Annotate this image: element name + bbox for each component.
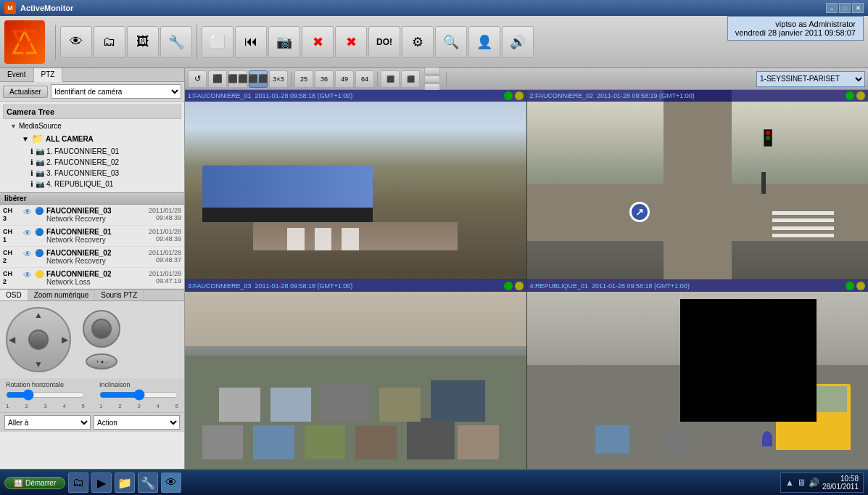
event-date-4: 2011/01/28 [149, 270, 181, 277]
car-3 [305, 425, 345, 459]
crosswalk-1 [287, 228, 305, 250]
sliders-area: Rotation horizontale 12345 Inclinaison 1… [0, 378, 184, 412]
camera-item-4[interactable]: ℹ 📷 4. REPUBLIQUE_01 [29, 179, 181, 189]
camera-item-2[interactable]: ℹ 📷 2. FAUCONNIERE_02 [29, 157, 181, 168]
event-clock-3: 09:48:37 [149, 256, 181, 263]
layout-25-button[interactable]: 25 [294, 70, 313, 88]
layout-64-button[interactable]: 64 [355, 70, 374, 88]
layout-button[interactable]: 🗂 [94, 26, 125, 58]
video-cell-1[interactable]: 1:FAUCONNIERE_01 2011-01-28 09:58:18 (GM… [185, 90, 526, 279]
ptz-left-button[interactable]: ◀ [9, 335, 15, 345]
ptz-center-button[interactable] [28, 330, 49, 350]
expand-icon[interactable]: ▼ [10, 123, 17, 130]
single-view-button[interactable]: ⬛ [208, 70, 227, 88]
ptz-down-button[interactable]: ▼ [34, 359, 43, 369]
ptz-zoom-control: + ● - [80, 307, 123, 372]
zoom-buttons-ring[interactable]: + ● - [86, 353, 117, 369]
camera-id-select[interactable]: Identifiant de caméra [51, 84, 181, 99]
location-select[interactable]: 1-SEYSSINET-PARISET [756, 71, 865, 87]
tab-event[interactable]: Event [0, 68, 34, 81]
playback-button[interactable]: ⏮ [235, 26, 267, 58]
cross-line-3 [772, 218, 834, 222]
event-row-1: CH 3 👁 🔵 FAUCONNIERE_03 Network Recovery… [0, 205, 184, 226]
tab-souris-ptz[interactable]: Souris PTZ [95, 290, 144, 300]
inclination-slider[interactable] [99, 390, 178, 400]
ptz-right-button[interactable]: ▶ [62, 335, 68, 345]
video-cell-3[interactable]: 3:FAUCONNIERE_03 2011-01-28 09:58:18 (GM… [185, 280, 526, 470]
zoom-button[interactable]: 🔍 [435, 26, 467, 58]
do-button[interactable]: DO! [368, 26, 400, 58]
taskbar-icon-2[interactable]: ▶ [91, 472, 112, 493]
refresh-bar: Actualiser Identifiant de caméra [0, 82, 184, 102]
event-type-2: Network Recovery [46, 236, 146, 244]
crosswalk-2 [315, 228, 332, 250]
goto-select[interactable]: Aller à [4, 415, 91, 430]
refresh-grid-button[interactable]: ↺ [188, 70, 207, 88]
event-date-1: 2011/01/28 [149, 207, 181, 214]
settings-button[interactable]: ⚙ [402, 26, 434, 58]
grid-option-3[interactable] [424, 83, 440, 91]
grid-option-1[interactable] [424, 68, 440, 75]
2x1-view-button[interactable]: ⬛⬛ [228, 70, 247, 88]
refresh-button[interactable]: Actualiser [3, 86, 48, 98]
tab-zoom-numerique[interactable]: Zoom numérique [28, 290, 96, 300]
cam-icon-1: 📷 [36, 147, 44, 155]
camera-item-1[interactable]: ℹ 📷 1. FAUCONNIERE_01 [29, 146, 181, 157]
tools-button[interactable]: 🔧 [160, 26, 192, 58]
tab-osd[interactable]: OSD [0, 290, 28, 300]
taskbar-icon-3[interactable]: 📁 [115, 472, 135, 493]
maximize-button[interactable]: □ [839, 3, 851, 13]
events-panel: libérer CH 3 👁 🔵 FAUCONNIERE_03 Network … [0, 192, 184, 289]
taskbar-icon-5[interactable]: 👁 [161, 472, 181, 493]
tram-base [202, 208, 373, 223]
taskbar-icon-4[interactable]: 🔧 [138, 472, 158, 493]
view-mode-1-button[interactable]: ⬛ [381, 70, 400, 88]
road-vert [664, 90, 732, 279]
layout-36-button[interactable]: 36 [315, 70, 334, 88]
snapshot-button[interactable]: 📷 [268, 26, 300, 58]
audio-button[interactable]: 🔊 [502, 26, 534, 58]
grid-toolbar: ↺ ⬛ ⬛⬛ ⬛⬛ 3×3 25 36 49 64 ⬛ ⬛ 1-SEYSSINE… [185, 68, 868, 90]
video-indicators-1 [504, 91, 524, 100]
event-clock-1: 09:48:39 [149, 214, 181, 221]
motorcyclist [762, 431, 772, 446]
stop-button[interactable]: ✖ [302, 26, 334, 58]
action-select[interactable]: Action [94, 415, 180, 430]
grid-option-2[interactable] [424, 75, 440, 83]
camera-name-4: 4. REPUBLIQUE_01 [46, 180, 113, 188]
expand-all-icon[interactable]: ▼ [22, 135, 29, 143]
camera-icon-1: ℹ [30, 147, 33, 155]
delete-button[interactable]: ✖ [335, 26, 367, 58]
car-8 [270, 388, 311, 422]
ptz-up-button[interactable]: ▲ [34, 310, 43, 320]
car-10 [379, 388, 420, 422]
start-button[interactable]: 🪟 Démarrer [4, 477, 65, 489]
event-row-4: CH 2 👁 🟡 FAUCONNIERE_02 Network Loss 201… [0, 268, 184, 289]
person-button[interactable]: 👤 [468, 26, 500, 58]
camera-item-3[interactable]: ℹ 📷 3. FAUCONNIERE_03 [29, 168, 181, 179]
record-button[interactable]: ⬜ [202, 26, 233, 58]
video-cell-4[interactable]: 4:REPUBLIQUE_01 2011-01-28 09:58:18 (GMT… [527, 280, 869, 470]
config-button[interactable]: 🖼 [127, 26, 159, 58]
rotation-slider[interactable] [6, 390, 85, 400]
video-title-1: 1:FAUCONNIERE_01 2011-01-28 09:58:18 (GM… [188, 92, 352, 99]
close-button[interactable]: ✕ [852, 3, 864, 13]
video-grid: ↺ ⬛ ⬛⬛ ⬛⬛ 3×3 25 36 49 64 ⬛ ⬛ 1-SEYSSINE… [185, 68, 868, 469]
start-icon: 🪟 [14, 479, 22, 487]
zoom-ring[interactable] [83, 310, 120, 348]
video-cell-2[interactable]: ↗ 2:FAUCONNIERE_02 2011-01-28 09:58:19 (… [527, 90, 869, 279]
3x3-view-button[interactable]: 3×3 [269, 70, 288, 88]
taskbar-icon-1[interactable]: 🗂 [68, 472, 88, 493]
tab-ptz[interactable]: PTZ [34, 68, 63, 82]
tray-arrow-icon[interactable]: ▲ [785, 478, 794, 488]
event-camera-1: FAUCONNIERE_03 [46, 207, 146, 215]
2x2-view-button[interactable]: ⬛⬛ [249, 70, 268, 88]
rotation-slider-group: Rotation horizontale 12345 [6, 381, 85, 409]
system-tray: ▲ 🖥 🔊 10:58 28/01/2011 [780, 472, 864, 493]
event-time-4: 2011/01/28 09:47:19 [149, 270, 181, 285]
layout-49-button[interactable]: 49 [335, 70, 354, 88]
video-indicators-3 [504, 282, 524, 290]
minimize-button[interactable]: – [826, 3, 838, 13]
camera-view-button[interactable]: 👁 [60, 26, 92, 58]
view-mode-2-button[interactable]: ⬛ [401, 70, 420, 88]
